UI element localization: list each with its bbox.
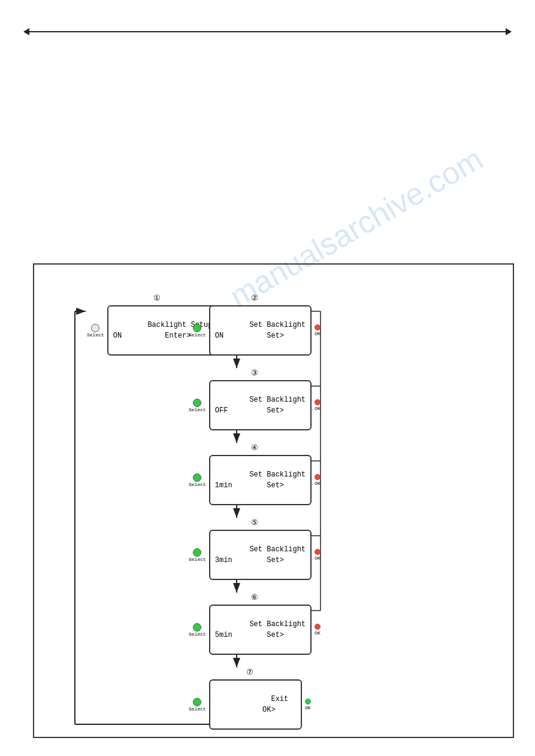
step-6-select-label: Select — [189, 631, 206, 637]
step-2-ok-label: OK — [315, 331, 321, 336]
step-3-row: Select Set BacklightOFF Set> OK — [189, 380, 321, 430]
step-2-row: Select Set BacklightON Set> OK — [189, 305, 321, 356]
step-2-select-label: Select — [189, 332, 206, 338]
step-6-number: ⑥ — [189, 593, 321, 602]
step-5-screen: Set Backlight3min Set> — [209, 530, 312, 580]
step-6-ok-area: OK — [315, 624, 321, 636]
step-7-ok-area: OK — [305, 699, 311, 711]
step-5-ok-label: OK — [315, 555, 321, 561]
top-arrow-line — [24, 31, 511, 32]
step-6-row: Select Set Backlight5min Set> OK — [189, 605, 321, 655]
step-4-row: Select Set Backlight1min Set> OK — [189, 455, 321, 505]
step-3-select-label: Select — [189, 407, 206, 412]
step-6-select-icon — [193, 623, 201, 631]
step-5-container: ⑤ Select Set Backlight3min Set> OK — [189, 518, 321, 580]
step-4-number: ④ — [189, 443, 321, 453]
step-6-ok-label: OK — [315, 630, 321, 636]
step-4-ok-area: OK — [315, 474, 321, 486]
step-3-screen: Set BacklightOFF Set> — [209, 380, 312, 430]
step-2-container: ② Select Set BacklightON Set> OK — [189, 293, 321, 356]
step-5-number: ⑤ — [189, 518, 321, 527]
step-2-select-icon — [193, 324, 201, 332]
step-6-container: ⑥ Select Set Backlight5min Set> OK — [189, 593, 321, 655]
step-3-led-red — [315, 399, 321, 405]
step-4-led-red — [315, 474, 321, 480]
step-5-ok-area: OK — [315, 549, 321, 561]
step-5-select-label: Select — [189, 557, 206, 562]
step-3-select-icon — [193, 399, 201, 407]
step-7-number: ⑦ — [189, 667, 311, 677]
step-2-select: Select — [189, 324, 206, 338]
step-7-ok-label: OK — [305, 705, 311, 711]
step-7-row: Select Exit OK> OK — [189, 679, 311, 730]
step-7-container: ⑦ Select Exit OK> OK — [189, 667, 311, 730]
step-2-screen: Set BacklightON Set> — [209, 305, 312, 356]
step-7-select-icon — [193, 698, 201, 706]
step-4-screen: Set Backlight1min Set> — [209, 455, 312, 505]
step-6-led-red — [315, 624, 321, 630]
step-2-led-red — [315, 324, 321, 330]
diagram-area: ① Select Backlight SetupON Enter> OK ② S… — [39, 275, 508, 732]
step-1-select: Select — [87, 324, 104, 338]
step-7-select-label: Select — [189, 706, 206, 712]
step-7-screen: Exit OK> — [209, 679, 302, 730]
step-3-ok-area: OK — [315, 399, 321, 411]
step-4-select: Select — [189, 473, 206, 487]
step-4-select-icon — [193, 473, 201, 482]
step-5-select: Select — [189, 548, 206, 562]
step-2-ok-area: OK — [315, 324, 321, 336]
step-4-container: ④ Select Set Backlight1min Set> OK — [189, 443, 321, 505]
step-2-number: ② — [189, 293, 321, 303]
step-5-select-icon — [193, 548, 201, 557]
step-3-select: Select — [189, 399, 206, 412]
step-6-select: Select — [189, 623, 206, 637]
step-3-ok-label: OK — [315, 406, 321, 411]
step-3-number: ③ — [189, 368, 321, 378]
step-6-screen: Set Backlight5min Set> — [209, 605, 312, 655]
step-5-led-red — [315, 549, 321, 555]
step-5-row: Select Set Backlight3min Set> OK — [189, 530, 321, 580]
step-7-select: Select — [189, 698, 206, 712]
step-4-ok-label: OK — [315, 481, 321, 486]
step-3-container: ③ Select Set BacklightOFF Set> OK — [189, 368, 321, 430]
step-1-select-label: Select — [87, 332, 104, 338]
step-1-select-icon — [91, 324, 99, 332]
step-4-select-label: Select — [189, 482, 206, 487]
step-7-led-green — [305, 699, 311, 705]
